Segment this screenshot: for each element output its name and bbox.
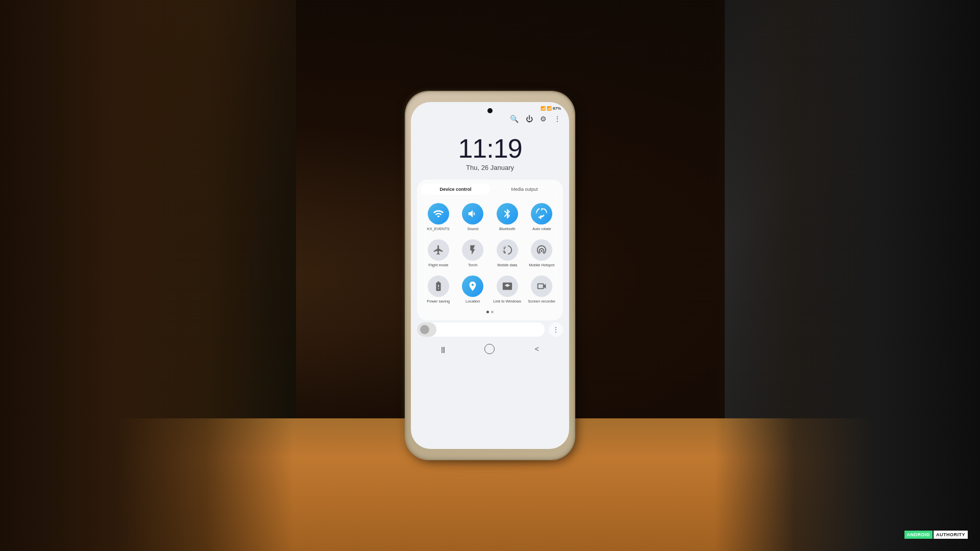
bluetooth-label: Bluetooth (499, 227, 516, 231)
status-icons: 📶 📶 87% (541, 106, 561, 111)
tile-mobile-data[interactable]: Mobile data (491, 236, 524, 270)
back-icon[interactable]: < (535, 345, 539, 353)
mobile-hotspot-label: Mobile Hotspot (529, 263, 554, 267)
tile-mobile-hotspot[interactable]: Mobile Hotspot (526, 236, 558, 270)
mobile-hotspot-icon (531, 239, 552, 261)
bluetooth-tile-icon (497, 203, 518, 224)
clock-area: 11:19 Thu, 26 January (411, 125, 569, 180)
tab-media-output[interactable]: Media output (490, 184, 559, 195)
location-icon (462, 276, 483, 297)
auto-rotate-icon (531, 203, 552, 224)
signal-icon: 📶 (547, 106, 552, 111)
home-icon[interactable] (484, 344, 495, 354)
battery-level: 87% (553, 106, 561, 111)
torch-icon (462, 239, 483, 261)
camera-cutout (487, 108, 493, 113)
brightness-more-icon[interactable]: ⋮ (549, 322, 563, 337)
location-label: Location (465, 299, 480, 304)
dot-2 (491, 311, 494, 313)
tile-link-to-windows[interactable]: Link to Windows (491, 272, 524, 307)
bg-blur-left (0, 0, 293, 551)
tile-sound[interactable]: Sound (457, 200, 489, 234)
mobile-data-icon (497, 239, 518, 261)
flight-mode-icon (428, 239, 449, 261)
phone-screen: 📶 📶 87% 🔍 ⏻ ⚙ ⋮ 11:19 Thu, 26 January De… (411, 102, 569, 449)
power-saving-icon (428, 276, 449, 297)
power-saving-label: Power saving (427, 299, 450, 304)
watermark-authority-text: AUTHORITY (934, 531, 968, 539)
recent-apps-icon[interactable]: ||| (441, 345, 445, 353)
watermark: ANDROID AUTHORITY (904, 531, 968, 539)
settings-icon[interactable]: ⚙ (540, 115, 547, 123)
flight-mode-label: Flight mode (428, 263, 448, 267)
tile-torch[interactable]: Torch (457, 236, 489, 270)
tab-device-control[interactable]: Device control (421, 184, 490, 195)
page-dots (421, 308, 559, 316)
tile-flight-mode[interactable]: Flight mode (422, 236, 455, 270)
tiles-grid: KX_EVENTS Sound (421, 199, 559, 308)
dot-1 (486, 311, 489, 313)
sound-label: Sound (467, 227, 478, 231)
search-icon[interactable]: 🔍 (510, 115, 519, 123)
more-icon[interactable]: ⋮ (554, 115, 561, 123)
clock-time: 11:19 (411, 135, 569, 162)
brightness-slider[interactable] (417, 322, 545, 337)
top-controls: 🔍 ⏻ ⚙ ⋮ (411, 113, 569, 125)
kx-events-label: KX_EVENTS (427, 227, 450, 231)
screen-recorder-icon (531, 276, 552, 297)
power-icon[interactable]: ⏻ (526, 115, 533, 123)
bluetooth-icon: 📶 (541, 106, 546, 111)
kx-events-icon (428, 203, 449, 224)
mobile-data-label: Mobile data (497, 263, 517, 267)
watermark-android-text: ANDROID (904, 531, 933, 539)
quick-panel: Device control Media output KX_EVENTS (417, 180, 563, 320)
nav-bar: ||| < (411, 339, 569, 361)
tile-kx-events[interactable]: KX_EVENTS (422, 200, 455, 234)
bg-blur-right (715, 0, 980, 551)
auto-rotate-label: Auto rotate (532, 227, 551, 231)
link-to-windows-label: Link to Windows (493, 299, 521, 304)
tile-bluetooth[interactable]: Bluetooth (491, 200, 524, 234)
tile-power-saving[interactable]: Power saving (422, 272, 455, 307)
brightness-row: ⋮ (417, 322, 563, 337)
clock-date: Thu, 26 January (411, 164, 569, 171)
phone-body: 📶 📶 87% 🔍 ⏻ ⚙ ⋮ 11:19 Thu, 26 January De… (406, 92, 574, 459)
tile-location[interactable]: Location (457, 272, 489, 307)
link-to-windows-icon (497, 276, 518, 297)
tab-bar: Device control Media output (421, 184, 559, 195)
screen-recorder-label: Screen recorder (528, 299, 555, 304)
tile-auto-rotate[interactable]: Auto rotate (526, 200, 558, 234)
sound-icon (462, 203, 483, 224)
brightness-thumb (420, 325, 429, 334)
torch-label: Torch (468, 263, 477, 267)
tile-screen-recorder[interactable]: Screen recorder (526, 272, 558, 307)
